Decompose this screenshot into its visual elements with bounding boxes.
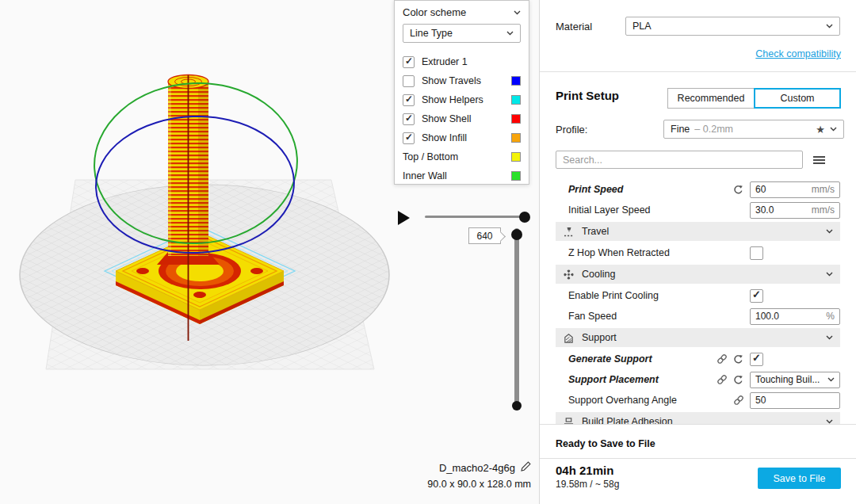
reset-icon[interactable] — [730, 185, 747, 195]
chevron-down-icon — [506, 31, 514, 36]
adhesion-icon — [563, 417, 575, 426]
color-scheme-rows: Extruder 1Show TravelsShow HelpersShow S… — [395, 52, 529, 185]
setting-unit: mm/s — [812, 204, 835, 216]
simulation-slider-track[interactable] — [425, 216, 526, 218]
layer-slider-bottom-handle[interactable] — [512, 401, 522, 410]
profile-select[interactable]: Fine – 0.2mm ★ — [663, 120, 844, 139]
layer-number-badge[interactable]: 640 — [468, 227, 501, 244]
color-swatch — [511, 171, 521, 181]
visibility-checkbox[interactable] — [403, 94, 415, 106]
search-input[interactable] — [556, 151, 803, 169]
setting-select[interactable]: Touching Buil... — [750, 372, 840, 388]
reset-icon[interactable] — [730, 375, 747, 385]
search-row — [556, 151, 840, 169]
setting-control: 50 — [750, 392, 840, 409]
print-time: 04h 21min — [556, 464, 613, 477]
visibility-checkbox[interactable] — [403, 75, 415, 87]
setting-control: 100.0% — [750, 308, 840, 325]
setting-label: Initial Layer Speed — [568, 204, 747, 216]
setting-control: Touching Buil... — [750, 372, 840, 388]
color-scheme-row-label: Show Helpers — [422, 94, 483, 105]
color-scheme-select[interactable]: Line Type — [403, 24, 521, 43]
link-icon[interactable] — [730, 395, 747, 406]
print-setup-title: Print Setup — [556, 89, 619, 102]
visibility-checkbox[interactable] — [403, 113, 415, 125]
check-compatibility-link[interactable]: Check compatibility — [755, 48, 841, 59]
setting-value-field[interactable]: 30.0mm/s — [750, 202, 840, 219]
setting-control — [750, 289, 840, 303]
color-scheme-row-inner-wall: Inner Wall — [395, 166, 529, 185]
color-swatch — [511, 152, 521, 162]
reset-icon[interactable] — [730, 354, 747, 365]
visibility-checkbox[interactable] — [403, 132, 415, 144]
setting-label: Generate Support — [568, 353, 713, 365]
color-scheme-header[interactable]: Color scheme — [395, 1, 529, 24]
category-label: Build Plate Adhesion — [582, 416, 673, 425]
profile-label: Profile: — [556, 124, 663, 136]
category-build-plate-adhesion[interactable]: Build Plate Adhesion — [556, 412, 840, 425]
setting-row-fan-speed: Fan Speed100.0% — [540, 306, 856, 326]
setting-checkbox[interactable] — [750, 289, 763, 303]
setting-unit: % — [826, 311, 835, 322]
simulation-slider-handle[interactable] — [519, 212, 530, 223]
edit-name-icon[interactable] — [521, 461, 531, 474]
layer-slider-track[interactable] — [514, 228, 519, 410]
setting-unit: mm/s — [812, 184, 835, 195]
setting-label: Support Placement — [568, 374, 713, 385]
travel-icon — [563, 227, 575, 237]
link-icon[interactable] — [713, 353, 730, 365]
save-to-file-button[interactable]: Save to File — [758, 468, 841, 489]
menu-icon[interactable] — [813, 155, 825, 165]
category-travel[interactable]: Travel — [556, 222, 840, 241]
color-scheme-row-label: Top / Bottom — [403, 151, 458, 162]
color-scheme-row-label: Show Travels — [422, 75, 481, 86]
color-swatch — [511, 95, 521, 105]
setting-row-initial-layer-speed: Initial Layer Speed30.0mm/s — [540, 200, 856, 220]
material-value: PLA — [632, 21, 652, 32]
settings-list: Print Speed60mm/sInitial Layer Speed30.0… — [540, 179, 856, 425]
profile-detail: – 0.2mm — [694, 124, 733, 135]
category-label: Travel — [582, 226, 609, 237]
setting-value-field[interactable]: 100.0% — [750, 308, 840, 325]
setting-row-enable-print-cooling: Enable Print Cooling — [540, 285, 856, 306]
setting-row-support-overhang-angle: Support Overhang Angle50 — [540, 390, 856, 410]
chevron-down-icon — [826, 419, 833, 424]
category-label: Support — [582, 332, 617, 343]
status-text: Ready to Save to File — [556, 438, 655, 449]
color-swatch — [511, 76, 521, 86]
color-scheme-row-label: Inner Wall — [403, 170, 447, 181]
category-support[interactable]: Support — [556, 328, 840, 347]
setting-label: Enable Print Cooling — [568, 290, 747, 301]
star-icon[interactable]: ★ — [816, 124, 825, 136]
cura-window: 640 D_macho2-4g6g 90.0 x 90.0 x 128.0 mm… — [0, 0, 856, 504]
chevron-down-icon — [827, 377, 835, 382]
category-cooling[interactable]: Cooling — [556, 265, 840, 284]
setting-checkbox[interactable] — [750, 353, 763, 366]
support-icon — [563, 333, 575, 343]
play-button[interactable] — [398, 211, 410, 225]
color-swatch — [511, 114, 521, 124]
chevron-down-icon — [826, 229, 833, 234]
visibility-checkbox[interactable] — [403, 56, 415, 68]
material-select[interactable]: PLA — [625, 17, 840, 36]
link-icon[interactable] — [713, 374, 730, 385]
setting-checkbox[interactable] — [750, 246, 763, 260]
setting-value-field[interactable]: 60mm/s — [750, 181, 840, 198]
model-info: D_macho2-4g6g 90.0 x 90.0 x 128.0 mm — [333, 461, 531, 490]
material-label: Material — [556, 21, 625, 32]
setting-control: 30.0mm/s — [750, 202, 840, 219]
chevron-down-icon — [826, 335, 833, 340]
recommended-button[interactable]: Recommended — [667, 88, 754, 109]
setting-value: 60 — [755, 184, 766, 195]
setting-value: 50 — [755, 395, 766, 406]
material-usage: 19.58m / ~ 58g — [556, 479, 619, 490]
color-scheme-row-show-helpers: Show Helpers — [395, 90, 529, 109]
setting-label: Fan Speed — [568, 311, 747, 322]
custom-button[interactable]: Custom — [754, 88, 841, 109]
cooling-icon — [563, 269, 575, 280]
color-scheme-value: Line Type — [410, 28, 453, 39]
color-scheme-row-show-travels: Show Travels — [395, 71, 529, 90]
setting-value-field[interactable]: 50 — [750, 392, 840, 409]
color-scheme-row-label: Show Infill — [422, 132, 467, 143]
layer-slider-top-handle[interactable] — [511, 229, 522, 240]
